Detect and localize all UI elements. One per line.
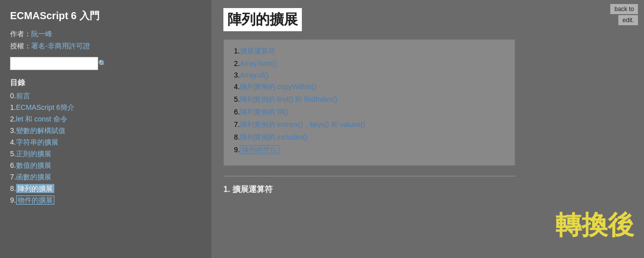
chapter-toc-link[interactable]: 擴展運算符 xyxy=(240,47,275,55)
chapter-toc-item: 2.Array.from() xyxy=(234,59,505,68)
toc-item: 4.字符串的擴展 xyxy=(10,138,201,147)
sidebar: ECMAScript 6 入門 作者：阮一峰 授權：署名-非商用許可證 🔍 目錄… xyxy=(0,0,211,258)
chapter-toc-link[interactable]: 陣列實例的 entries()，keys() 和 values() xyxy=(240,120,365,128)
chapter-toc-item: 8.陣列實例的 includes() xyxy=(234,133,505,142)
toc-link[interactable]: ECMAScript 6簡介 xyxy=(16,103,74,111)
sidebar-title: ECMAScript 6 入門 xyxy=(10,9,201,23)
chapter-toc-item: 4.陣列實例的 copyWithin() xyxy=(234,83,505,92)
chapter-toc-box: 1.擴展運算符2.Array.from()3.Array.of()4.陣列實例的… xyxy=(223,39,515,166)
toc-item: 6.數值的擴展 xyxy=(10,161,201,170)
toc-item: 3.變數的解構賦值 xyxy=(10,126,201,136)
license-label: 授權： xyxy=(10,42,31,50)
toc-item: 9.物件的擴展 xyxy=(10,196,201,205)
section-divider xyxy=(223,176,515,176)
toc-link[interactable]: 正則的擴展 xyxy=(16,150,51,158)
chapter-toc-link[interactable]: 陣列實例的 copyWithin() xyxy=(240,83,316,91)
toc-link[interactable]: 變數的解構賦值 xyxy=(16,126,65,135)
chapter-toc-list: 1.擴展運算符2.Array.from()3.Array.of()4.陣列實例的… xyxy=(234,47,505,155)
page-title: 陣列的擴展 xyxy=(227,10,298,29)
toc-link[interactable]: 陣列的擴展 xyxy=(16,184,54,193)
toc-item: 5.正則的擴展 xyxy=(10,150,201,159)
chapter-toc-item: 1.擴展運算符 xyxy=(234,47,505,56)
search-input[interactable] xyxy=(14,60,98,68)
toc-heading: 目錄 xyxy=(10,78,201,88)
toc-item: 0.前言 xyxy=(10,92,201,101)
chapter-toc-item: 3.Array.of() xyxy=(234,71,505,79)
toc-link[interactable]: 函數的擴展 xyxy=(16,173,51,181)
back-to-button[interactable]: back to xyxy=(610,4,638,14)
toc-item: 8.陣列的擴展 xyxy=(10,184,201,194)
edit-button[interactable]: edit. xyxy=(618,15,638,25)
toc-link[interactable]: let 和 const 命令 xyxy=(16,115,67,123)
author-link[interactable]: 阮一峰 xyxy=(31,30,52,38)
chapter-toc-item: 7.陣列實例的 entries()，keys() 和 values() xyxy=(234,120,505,130)
toc-link[interactable]: 物件的擴展 xyxy=(16,196,54,205)
main-content: back to edit. 陣列的擴展 1.擴展運算符2.Array.from(… xyxy=(211,0,644,258)
toc-item: 2.let 和 const 命令 xyxy=(10,115,201,124)
chapter-toc-item: 9.陣列的空位 xyxy=(234,146,505,155)
chapter-toc-item: 5.陣列實例的 find() 和 findIndex() xyxy=(234,95,505,104)
toc-link[interactable]: 前言 xyxy=(16,92,30,100)
sidebar-license: 授權：署名-非商用許可證 xyxy=(10,42,201,51)
license-link[interactable]: 署名-非商用許可證 xyxy=(31,42,90,50)
toc-list: 0.前言1.ECMAScript 6簡介2.let 和 const 命令3.變數… xyxy=(10,92,201,205)
chapter-toc-link[interactable]: 陣列實例的 fill() xyxy=(240,108,288,116)
chapter-toc-link[interactable]: 陣列的空位 xyxy=(240,145,279,154)
toc-item: 1.ECMAScript 6簡介 xyxy=(10,103,201,112)
chapter-toc-link[interactable]: Array.from() xyxy=(240,59,277,68)
author-label: 作者： xyxy=(10,30,31,38)
sidebar-author: 作者：阮一峰 xyxy=(10,30,201,39)
chapter-toc-link[interactable]: Array.of() xyxy=(240,71,269,79)
back-to-edit-area: back to edit. xyxy=(610,4,638,25)
section1-heading: 1. 擴展運算符 xyxy=(223,184,632,195)
chapter-toc-link[interactable]: 陣列實例的 find() 和 findIndex() xyxy=(240,95,338,103)
page-title-wrapper: 陣列的擴展 xyxy=(223,8,302,31)
toc-item: 7.函數的擴展 xyxy=(10,173,201,182)
chapter-toc-item: 6.陣列實例的 fill() xyxy=(234,108,505,117)
search-icon: 🔍 xyxy=(98,59,107,68)
toc-link[interactable]: 數值的擴展 xyxy=(16,161,51,169)
chapter-toc-link[interactable]: 陣列實例的 includes() xyxy=(240,133,308,141)
conversion-label: 轉換後 xyxy=(555,208,634,243)
toc-link[interactable]: 字符串的擴展 xyxy=(16,138,58,146)
search-container[interactable]: 🔍 xyxy=(10,57,98,70)
